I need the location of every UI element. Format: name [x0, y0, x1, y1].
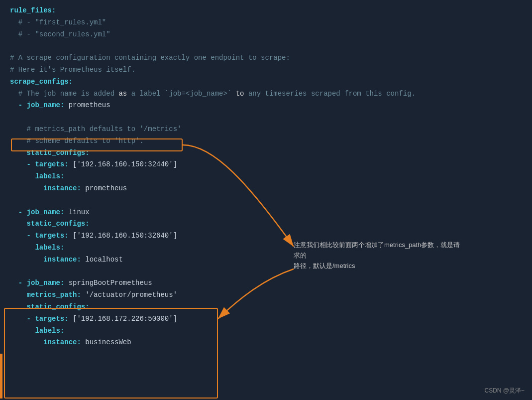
code-line-19: static_configs:: [10, 218, 522, 230]
code-line-27: - targets: ['192.168.172.226:50000']: [10, 313, 522, 325]
code-line-10: [10, 112, 522, 124]
code-line-3: # - "second_rules.yml": [10, 29, 522, 41]
code-line-4: [10, 40, 522, 52]
code-line-26: static_configs:: [10, 301, 522, 313]
code-line-16: instance: prometheus: [10, 183, 522, 195]
code-block: rule_files: # - "first_rules.yml" # - "s…: [0, 0, 532, 354]
code-line-6: # Here it's Prometheus itself.: [10, 64, 522, 76]
code-line-12: # scheme defaults to 'http'.: [10, 135, 522, 147]
code-line-7: scrape_configs:: [10, 76, 522, 88]
code-line-8: # The job name is added as a label `job=…: [10, 88, 522, 100]
code-line-17: [10, 195, 522, 207]
code-line-2: # - "first_rules.yml": [10, 17, 522, 29]
code-line-29: instance: businessWeb: [10, 337, 522, 349]
code-line-11: # metrics_path defaults to '/metrics': [10, 124, 522, 135]
code-line-14: - targets: ['192.168.160.150:32440']: [10, 159, 522, 171]
code-line-15: labels:: [10, 171, 522, 183]
annotation-label: 注意我们相比较前面两个增加了metrics_path参数，就是请求的路径，默认是…: [294, 240, 463, 271]
watermark: CSDN @灵泽~: [484, 387, 525, 395]
left-bar-decoration: [0, 354, 2, 399]
code-line-13: static_configs:: [10, 147, 522, 159]
code-line-28: labels:: [10, 325, 522, 337]
code-line-25: metrics_path: '/actuator/prometheus': [10, 289, 522, 301]
code-line-18: - job_name: linux: [10, 207, 522, 219]
code-line-1: rule_files:: [10, 5, 522, 17]
code-line-24: - job_name: springBootPrometheus: [10, 277, 522, 289]
code-line-5: # A scrape configuration containing exac…: [10, 52, 522, 64]
code-line-9: - job_name: prometheus: [10, 100, 522, 112]
